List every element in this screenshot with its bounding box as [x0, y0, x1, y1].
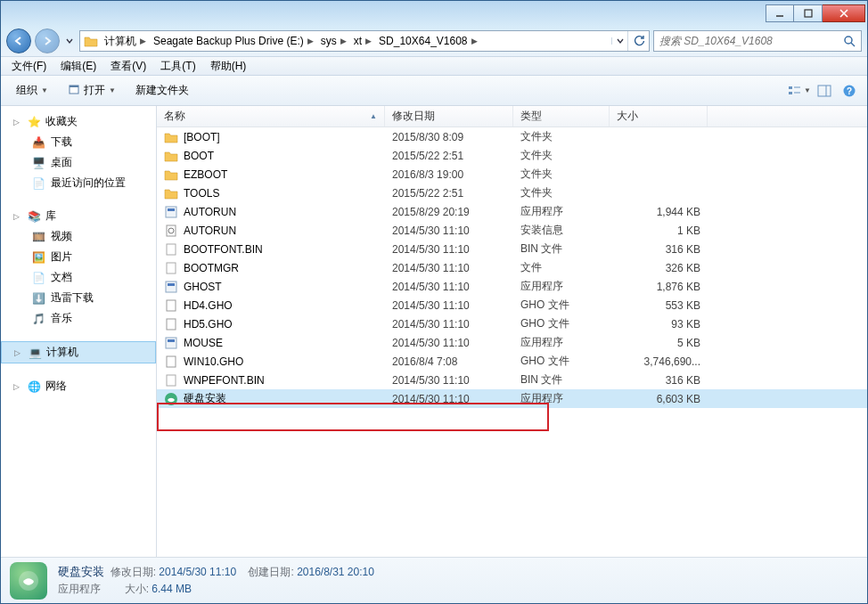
breadcrumb-sys[interactable]: sys▶ — [317, 31, 350, 51]
file-icon — [164, 373, 178, 388]
nav-videos[interactable]: 🎞️视频 — [1, 226, 156, 247]
file-date: 2016/8/4 7:08 — [385, 355, 513, 368]
breadcrumb-xt[interactable]: xt▶ — [350, 31, 375, 51]
svg-rect-22 — [166, 282, 176, 292]
new-folder-button[interactable]: 新建文件夹 — [126, 78, 199, 102]
nav-libraries[interactable]: ▷📚库 — [1, 206, 156, 226]
file-rows[interactable]: [BOOT]2015/8/30 8:09文件夹BOOT2015/5/22 2:5… — [157, 127, 867, 557]
search-input[interactable] — [654, 35, 838, 47]
close-button[interactable] — [823, 4, 865, 22]
file-icon — [164, 392, 178, 406]
column-size[interactable]: 大小 — [610, 106, 708, 127]
nav-computer[interactable]: ▷💻计算机 — [1, 341, 156, 363]
file-row[interactable]: BOOTMGR2014/5/30 11:10文件326 KB — [157, 258, 867, 277]
file-row[interactable]: AUTORUN2015/8/29 20:19应用程序1,944 KB — [157, 202, 867, 221]
view-options-button[interactable]: ▼ — [787, 80, 812, 102]
file-row[interactable]: [BOOT]2015/8/30 8:09文件夹 — [157, 127, 867, 146]
file-date: 2015/5/22 2:51 — [385, 187, 513, 200]
help-button[interactable]: ? — [837, 80, 862, 102]
svg-rect-9 — [789, 92, 792, 94]
file-date: 2015/5/22 2:51 — [385, 150, 513, 162]
file-type: 应用程序 — [513, 279, 610, 294]
file-row[interactable]: WIN10.GHO2016/8/4 7:08GHO 文件3,746,690... — [157, 352, 867, 371]
file-row[interactable]: HD4.GHO2014/5/30 11:10GHO 文件553 KB — [157, 296, 867, 314]
file-type: 安装信息 — [513, 223, 610, 238]
menu-view[interactable]: 查看(V) — [103, 57, 153, 76]
breadcrumb-drive[interactable]: Seagate Backup Plus Drive (E:)▶ — [150, 31, 317, 51]
file-type: GHO 文件 — [513, 316, 610, 331]
file-icon — [164, 149, 178, 163]
maximize-button[interactable] — [794, 4, 823, 22]
file-row[interactable]: TOOLS2015/5/22 2:51文件夹 — [157, 184, 867, 202]
toolbar: 组织▼ 打开▼ 新建文件夹 ▼ ? — [1, 76, 867, 106]
preview-pane-button[interactable] — [812, 80, 837, 102]
file-row[interactable]: BOOT2015/5/22 2:51文件夹 — [157, 146, 867, 165]
file-row[interactable]: MOUSE2014/5/30 11:10应用程序5 KB — [157, 333, 867, 352]
file-date: 2016/8/3 19:00 — [385, 168, 513, 181]
search-box[interactable] — [653, 30, 862, 52]
nav-favorites[interactable]: ▷⭐收藏夹 — [1, 111, 156, 132]
content-area: ▷⭐收藏夹 📥下载 🖥️桌面 📄最近访问的位置 ▷📚库 🎞️视频 🖼️图片 📄文… — [1, 106, 867, 557]
navigation-row: 计算机▶ Seagate Backup Plus Drive (E:)▶ sys… — [1, 26, 867, 56]
address-bar[interactable]: 计算机▶ Seagate Backup Plus Drive (E:)▶ sys… — [79, 30, 650, 52]
nav-documents[interactable]: 📄文档 — [1, 267, 156, 288]
svg-rect-29 — [167, 375, 176, 386]
file-icon — [164, 298, 178, 313]
file-row[interactable]: GHOST2014/5/30 11:10应用程序1,876 KB — [157, 277, 867, 296]
file-row[interactable]: WNPEFONT.BIN2014/5/30 11:10BIN 文件316 KB — [157, 371, 867, 389]
svg-rect-17 — [168, 208, 175, 211]
menu-file[interactable]: 文件(F) — [4, 57, 53, 76]
breadcrumb-computer[interactable]: 计算机▶ — [101, 31, 150, 51]
file-row[interactable]: HD5.GHO2014/5/30 11:10GHO 文件93 KB — [157, 314, 867, 333]
nav-desktop[interactable]: 🖥️桌面 — [1, 152, 156, 173]
breadcrumb-current[interactable]: SD_10X64_V1608▶ — [375, 31, 480, 51]
svg-rect-24 — [167, 300, 176, 311]
file-icon — [164, 167, 178, 182]
nav-pictures[interactable]: 🖼️图片 — [1, 247, 156, 267]
back-button[interactable] — [6, 29, 31, 53]
video-icon: 🎞️ — [31, 230, 45, 244]
file-type: GHO 文件 — [513, 354, 610, 369]
nav-music[interactable]: 🎵音乐 — [1, 308, 156, 329]
file-name: BOOTMGR — [184, 262, 239, 274]
nav-downloads[interactable]: 📥下载 — [1, 132, 156, 152]
forward-button[interactable] — [35, 29, 60, 53]
minimize-button[interactable] — [766, 4, 794, 22]
nav-network[interactable]: ▷🌐网络 — [1, 376, 156, 396]
picture-icon: 🖼️ — [31, 250, 45, 265]
open-button[interactable]: 打开▼ — [58, 78, 126, 102]
address-history-dropdown[interactable] — [611, 37, 627, 45]
column-type[interactable]: 类型 — [513, 106, 610, 127]
column-date[interactable]: 修改日期 — [385, 106, 513, 127]
file-row[interactable]: BOOTFONT.BIN2014/5/30 11:10BIN 文件316 KB — [157, 240, 867, 258]
open-icon — [68, 83, 80, 98]
column-name[interactable]: 名称▲ — [157, 106, 385, 127]
explorer-window: 计算机▶ Seagate Backup Plus Drive (E:)▶ sys… — [0, 0, 868, 604]
file-row[interactable]: AUTORUN2014/5/30 11:10安装信息1 KB — [157, 221, 867, 240]
file-size: 5 KB — [610, 337, 708, 349]
file-name: WIN10.GHO — [184, 355, 243, 368]
refresh-button[interactable] — [627, 31, 649, 51]
svg-rect-25 — [167, 319, 176, 330]
file-name: MOUSE — [184, 337, 223, 349]
file-row[interactable]: 硬盘安装2014/5/30 11:10应用程序6,603 KB — [157, 389, 867, 408]
menu-tools[interactable]: 工具(T) — [153, 57, 202, 76]
menu-help[interactable]: 帮助(H) — [203, 57, 254, 76]
search-icon[interactable] — [838, 35, 861, 47]
file-name: WNPEFONT.BIN — [184, 374, 265, 387]
file-row[interactable]: EZBOOT2016/8/3 19:00文件夹 — [157, 165, 867, 184]
file-date: 2014/5/30 11:10 — [385, 318, 513, 331]
file-name: 硬盘安装 — [184, 391, 226, 406]
navigation-pane[interactable]: ▷⭐收藏夹 📥下载 🖥️桌面 📄最近访问的位置 ▷📚库 🎞️视频 🖼️图片 📄文… — [1, 106, 157, 557]
file-name: [BOOT] — [184, 131, 220, 143]
nav-history-dropdown[interactable] — [63, 29, 76, 53]
nav-xunlei[interactable]: ⬇️迅雷下载 — [1, 288, 156, 308]
menu-bar: 文件(F) 编辑(E) 查看(V) 工具(T) 帮助(H) — [1, 56, 867, 76]
svg-rect-12 — [818, 86, 831, 96]
nav-recent[interactable]: 📄最近访问的位置 — [1, 173, 156, 193]
document-icon: 📄 — [31, 271, 45, 285]
desktop-icon: 🖥️ — [31, 156, 45, 170]
menu-edit[interactable]: 编辑(E) — [53, 57, 103, 76]
file-name: AUTORUN — [184, 224, 236, 237]
organize-button[interactable]: 组织▼ — [6, 78, 58, 102]
